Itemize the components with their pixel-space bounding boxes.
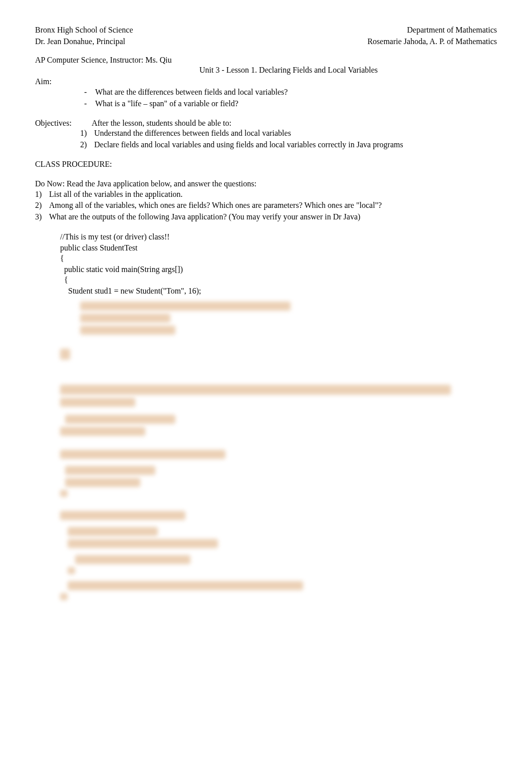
aim-text: What is a "life – span" of a variable or… xyxy=(95,99,238,109)
aim-label: Aim: xyxy=(35,77,497,87)
objectives-label: Objectives: xyxy=(35,118,72,129)
aim-item: - What is a "life – span" of a variable … xyxy=(80,99,497,109)
code-line: //This is my test (or driver) class!! xyxy=(60,232,170,241)
procedure-label: CLASS PROCEDURE: xyxy=(35,159,497,170)
code-line: public static void main(String args[]) xyxy=(60,265,183,274)
bullet-dash: - xyxy=(80,87,95,98)
bullet-dash: - xyxy=(80,99,95,109)
instructor-line: AP Computer Science, Instructor: Ms. Qiu xyxy=(35,55,497,66)
blurred-content xyxy=(60,302,497,600)
principal-name: Dr. Jean Donahue, Principal xyxy=(35,37,125,47)
donow-item: 3) What are the outputs of the following… xyxy=(35,212,497,222)
list-number: 2) xyxy=(35,200,49,211)
code-line: Student stud1 = new Student("Tom", 16); xyxy=(60,287,201,295)
dept-head-name: Rosemarie Jahoda, A. P. of Mathematics xyxy=(327,37,497,47)
donow-text: What are the outputs of the following Ja… xyxy=(49,212,360,222)
list-number: 1) xyxy=(35,189,49,200)
school-name: Bronx High School of Science xyxy=(35,25,133,36)
code-line: { xyxy=(60,276,68,284)
aim-text: What are the differences between fields … xyxy=(95,87,288,98)
aim-item: - What are the differences between field… xyxy=(80,87,497,98)
list-number: 2) xyxy=(80,140,94,150)
code-line: { xyxy=(60,254,64,263)
objective-item: 2) Declare fields and local variables an… xyxy=(80,140,497,150)
objective-text: Understand the differences between field… xyxy=(94,128,291,139)
department-name: Department of Mathematics xyxy=(367,25,497,36)
list-number: 3) xyxy=(35,212,49,222)
donow-text: List all of the variables in the applica… xyxy=(49,189,183,200)
donow-text: Among all of the variables, which ones a… xyxy=(49,200,382,211)
code-block: //This is my test (or driver) class!! pu… xyxy=(60,231,497,297)
lesson-title: Unit 3 - Lesson 1. Declaring Fields and … xyxy=(110,65,467,76)
donow-item: 2) Among all of the variables, which one… xyxy=(35,200,497,211)
objectives-intro: After the lesson, students should be abl… xyxy=(92,118,231,129)
donow-item: 1) List all of the variables in the appl… xyxy=(35,189,497,200)
list-number: 1) xyxy=(80,128,94,139)
code-line: public class StudentTest xyxy=(60,243,137,252)
objective-text: Declare fields and local variables and u… xyxy=(94,140,403,150)
objective-item: 1) Understand the differences between fi… xyxy=(80,128,497,139)
donow-intro: Do Now: Read the Java application below,… xyxy=(35,179,497,189)
